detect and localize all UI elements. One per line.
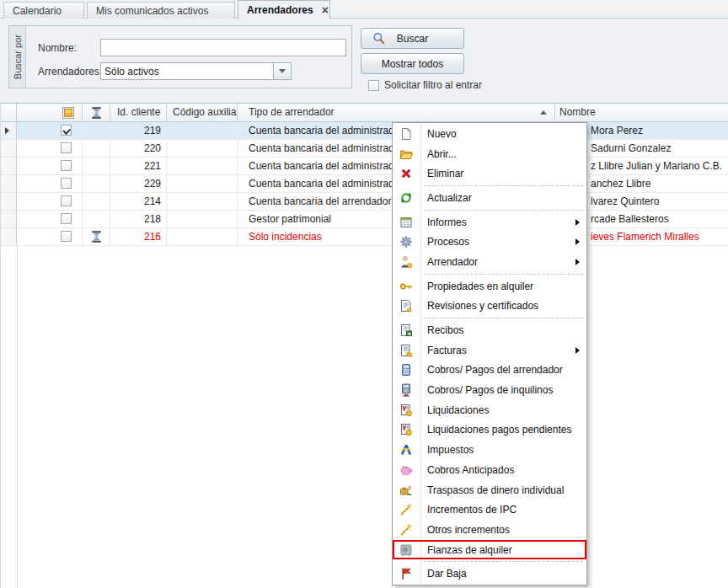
row-checkbox[interactable]	[61, 178, 72, 189]
row-checkbox-cell[interactable]	[17, 158, 83, 175]
tab-label: Mis comunicados activos	[96, 5, 208, 17]
column-header-tipo-de-arrendador[interactable]: Tipo de arrendador	[238, 104, 555, 122]
combo-dropdown-button[interactable]	[273, 63, 291, 79]
grid-row-216[interactable]: 216 Sólo incidencias ieves Flamerich Mir…	[1, 228, 728, 246]
row-selector-cell[interactable]	[1, 193, 17, 211]
grid-rows: 219 Cuenta bancaria del administrador Mo…	[1, 122, 728, 246]
column-header-id-cliente[interactable]: Id. cliente	[110, 104, 167, 122]
tab-mis-comunicados-activos[interactable]: Mis comunicados activos	[87, 2, 235, 19]
menu-item-otros-incrementos[interactable]: Otros incrementos	[393, 520, 586, 540]
menu-item-recibos[interactable]: Recibos	[393, 320, 586, 340]
row-selector-cell[interactable]	[1, 158, 17, 175]
cell-id-cliente: 216	[110, 228, 167, 246]
receipt-icon	[399, 323, 413, 337]
menu-item-arrendador[interactable]: Arrendador	[393, 252, 586, 272]
menu-item-eliminar[interactable]: Eliminar	[393, 163, 586, 184]
solicitar-filtro-checkbox[interactable]	[368, 80, 379, 91]
tab-bar: Calendario Mis comunicados activos Arren…	[0, 0, 728, 19]
menu-item-abrir[interactable]: Abrir...	[393, 144, 586, 164]
menu-item-procesos[interactable]: Procesos	[393, 232, 586, 252]
nombre-input[interactable]	[100, 39, 346, 56]
grid-row-221[interactable]: 221 Cuenta bancaria del administrador z …	[1, 158, 728, 175]
row-checkbox[interactable]	[61, 231, 72, 242]
arrendadores-combo[interactable]: Sólo activos	[100, 62, 292, 80]
row-checkbox-cell[interactable]	[17, 211, 83, 228]
row-selector-cell[interactable]	[1, 211, 17, 228]
row-checkbox[interactable]	[61, 160, 72, 171]
menu-item-actualizar[interactable]: Actualizar	[393, 188, 586, 208]
row-checkbox-cell[interactable]	[17, 228, 83, 246]
row-flag-cell	[83, 158, 110, 175]
menu-item-dar-baja[interactable]: Dar Baja	[393, 564, 586, 584]
column-header-nombre[interactable]: Nombre	[555, 104, 728, 122]
column-header-flag[interactable]	[83, 104, 110, 122]
grid-row-218[interactable]: 218 Gestor patrimonial rcade Ballesteros	[1, 211, 728, 228]
menu-item-label: Liquidaciones pagos pendientes	[427, 424, 571, 436]
current-row-arrow-icon	[5, 127, 9, 134]
row-checkbox-cell[interactable]	[17, 175, 83, 193]
menu-item-liquidaciones[interactable]: Liquidaciones	[393, 400, 586, 420]
cell-id-cliente: 219	[110, 122, 167, 140]
grid-row-229[interactable]: 229 Cuenta bancaria del administrador an…	[1, 175, 728, 193]
menu-item-nuevo[interactable]: Nuevo	[393, 124, 586, 144]
menu-item-traspasos-de-dinero-individual[interactable]: Traspasos de dinero individual	[393, 480, 586, 500]
invoice-icon	[399, 344, 413, 357]
hourglass-icon	[90, 230, 103, 243]
menu-item-revisiones-y-certificados[interactable]: Revisiones y certificados	[393, 297, 586, 317]
menu-item-facturas[interactable]: Facturas	[393, 340, 586, 361]
row-checkbox[interactable]	[61, 213, 72, 224]
row-checkbox-cell[interactable]	[17, 140, 83, 158]
menu-item-liquidaciones-pagos-pendientes[interactable]: Liquidaciones pagos pendientes	[393, 420, 586, 441]
row-selector-cell[interactable]	[1, 140, 17, 158]
row-checkbox[interactable]	[61, 195, 72, 206]
menu-item-label: Actualizar	[427, 192, 472, 204]
row-selector-cell[interactable]	[1, 175, 17, 193]
row-checkbox-cell[interactable]	[17, 193, 83, 211]
menu-item-label: Incrementos de IPC	[427, 504, 517, 516]
menu-item-cobros-pagos-de-inquilinos[interactable]: Cobros/ Pagos de inquilinos	[393, 380, 586, 400]
row-flag-cell	[83, 211, 110, 228]
arrendadores-grid: Id. cliente Código auxiliar Tipo de arre…	[0, 103, 728, 588]
column-header-codigo-auxiliar[interactable]: Código auxiliar	[167, 104, 238, 122]
row-flag-cell	[83, 175, 110, 193]
gear-icon	[399, 235, 413, 249]
row-selector-cell[interactable]	[1, 228, 17, 246]
menu-item-informes[interactable]: Informes	[393, 212, 586, 233]
grid-row-219[interactable]: 219 Cuenta bancaria del administrador Mo…	[1, 122, 728, 140]
menu-item-label: Cobros Anticipados	[427, 464, 514, 476]
column-header-select-all[interactable]	[17, 104, 83, 122]
key-icon	[399, 280, 413, 293]
menu-item-fianzas-de-alquiler[interactable]: Fianzas de alquiler	[393, 540, 586, 560]
menu-item-incrementos-de-ipc[interactable]: Incrementos de IPC	[393, 500, 586, 520]
column-header-label: Tipo de arrendador	[249, 106, 335, 118]
sort-ascending-icon	[540, 110, 547, 115]
menu-item-label: Propiedades en alquiler	[427, 281, 533, 292]
cell-id-cliente: 229	[110, 175, 167, 193]
nombre-label: Nombre:	[38, 42, 77, 54]
menu-item-cobros-pagos-del-arrendador[interactable]: Cobros/ Pagos del arrendador	[393, 361, 586, 381]
wand-icon	[399, 503, 413, 516]
menu-item-impuestos[interactable]: Impuestos	[393, 440, 586, 460]
select-all-checkbox-icon[interactable]	[62, 107, 74, 119]
mostrar-todos-button[interactable]: Mostrar todos	[361, 53, 464, 74]
tab-calendario[interactable]: Calendario	[3, 2, 84, 19]
row-checkbox-cell[interactable]	[17, 122, 83, 140]
report-icon	[399, 216, 413, 229]
column-header-row-selector	[1, 104, 17, 122]
menu-item-label: Cobros/ Pagos del arrendador	[427, 364, 563, 376]
buscar-button-label: Buscar	[397, 33, 428, 45]
menu-item-propiedades-en-alquiler[interactable]: Propiedades en alquiler	[393, 276, 586, 297]
buscar-button[interactable]: Buscar	[361, 28, 464, 49]
tab-arrendadores[interactable]: Arrendadores ×	[238, 0, 330, 19]
grid-row-214[interactable]: 214 Cuenta bancaria del arrendador lvare…	[1, 193, 728, 211]
row-selector-cell[interactable]	[1, 122, 17, 140]
new-document-icon	[399, 127, 413, 141]
menu-item-label: Nuevo	[427, 128, 457, 140]
grid-row-220[interactable]: 220 Cuenta bancaria del administrador Sa…	[1, 140, 728, 158]
close-tab-icon[interactable]: ×	[322, 5, 329, 15]
cell-codigo-auxiliar	[167, 140, 238, 158]
row-checkbox[interactable]	[61, 125, 72, 136]
row-checkbox[interactable]	[61, 142, 72, 153]
cell-codigo-auxiliar	[167, 211, 238, 228]
menu-item-cobros-anticipados[interactable]: Cobros Anticipados	[393, 460, 586, 480]
